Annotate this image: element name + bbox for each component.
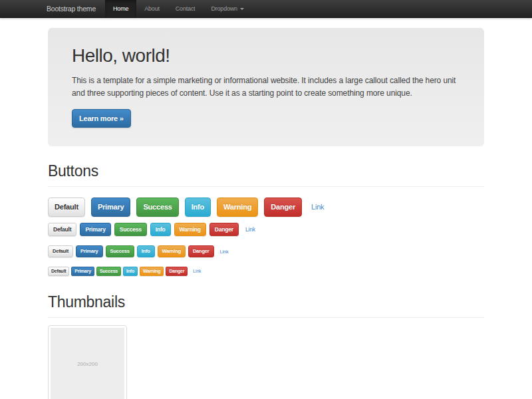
warning-button-sm[interactable]: Warning <box>158 245 186 257</box>
danger-button-xs[interactable]: Danger <box>166 267 188 276</box>
buttons-section-title: Buttons <box>48 162 484 180</box>
nav-item-label: Dropdown <box>211 5 237 12</box>
success-button-lg[interactable]: Success <box>136 198 178 217</box>
default-button-md[interactable]: Default <box>48 223 76 237</box>
thumbnail-placeholder-image: 200x200 <box>51 328 124 399</box>
nav-item-label: Home <box>113 5 128 12</box>
nav-item-label: About <box>144 5 160 12</box>
info-button-lg[interactable]: Info <box>185 198 211 217</box>
hero-description: This is a template for a simple marketin… <box>72 74 460 100</box>
default-button-lg[interactable]: Default <box>48 198 85 217</box>
nav-item-contact[interactable]: Contact <box>168 0 203 17</box>
navbar-brand[interactable]: Bootstrap theme <box>47 0 96 17</box>
primary-button-sm[interactable]: Primary <box>76 245 103 257</box>
hero-title: Hello, world! <box>72 46 460 66</box>
success-button-md[interactable]: Success <box>114 223 147 237</box>
info-button-xs[interactable]: Info <box>123 267 138 276</box>
default-button-sm[interactable]: Default <box>48 245 73 257</box>
nav-item-dropdown[interactable]: Dropdown <box>203 0 251 17</box>
link-button-xs[interactable]: Link <box>193 269 201 273</box>
nav-item-label: Contact <box>176 5 196 12</box>
caret-down-icon <box>240 8 244 10</box>
info-button-sm[interactable]: Info <box>137 245 155 257</box>
success-button-xs[interactable]: Success <box>96 267 121 276</box>
link-button-md[interactable]: Link <box>245 226 255 233</box>
hero-unit: Hello, world! This is a template for a s… <box>48 28 484 146</box>
navbar: Bootstrap theme HomeAboutContactDropdown <box>0 0 532 18</box>
navbar-menu: HomeAboutContactDropdown <box>105 0 252 17</box>
info-button-md[interactable]: Info <box>150 223 171 237</box>
danger-button-sm[interactable]: Danger <box>188 245 214 257</box>
success-button-sm[interactable]: Success <box>106 245 134 257</box>
thumbnail-placeholder-label: 200x200 <box>77 361 98 367</box>
nav-item-home[interactable]: Home <box>105 0 136 17</box>
button-row-md: DefaultPrimarySuccessInfoWarningDangerLi… <box>48 223 484 237</box>
thumbnail[interactable]: 200x200 <box>48 325 127 399</box>
button-row-sm: DefaultPrimarySuccessInfoWarningDangerLi… <box>48 245 484 257</box>
learn-more-button[interactable]: Learn more » <box>72 109 131 128</box>
button-row-lg: DefaultPrimarySuccessInfoWarningDangerLi… <box>48 198 484 217</box>
danger-button-md[interactable]: Danger <box>209 223 239 237</box>
danger-button-lg[interactable]: Danger <box>264 198 302 217</box>
primary-button-xs[interactable]: Primary <box>71 267 94 276</box>
primary-button-lg[interactable]: Primary <box>91 198 131 217</box>
thumbnails-section-title: Thumbnails <box>48 293 484 311</box>
link-button-lg[interactable]: Link <box>311 203 324 211</box>
main-container: Hello, world! This is a template for a s… <box>48 28 484 399</box>
default-button-xs[interactable]: Default <box>48 267 69 276</box>
nav-item-about[interactable]: About <box>136 0 168 17</box>
button-rows: DefaultPrimarySuccessInfoWarningDangerLi… <box>48 198 484 277</box>
buttons-section-header: Buttons <box>48 162 484 187</box>
primary-button-md[interactable]: Primary <box>80 223 110 237</box>
warning-button-md[interactable]: Warning <box>174 223 206 237</box>
button-row-xs: DefaultPrimarySuccessInfoWarningDangerLi… <box>48 265 484 277</box>
link-button-sm[interactable]: Link <box>220 249 229 255</box>
warning-button-lg[interactable]: Warning <box>217 198 258 217</box>
thumbnails-section-header: Thumbnails <box>48 293 484 318</box>
warning-button-xs[interactable]: Warning <box>140 267 164 276</box>
